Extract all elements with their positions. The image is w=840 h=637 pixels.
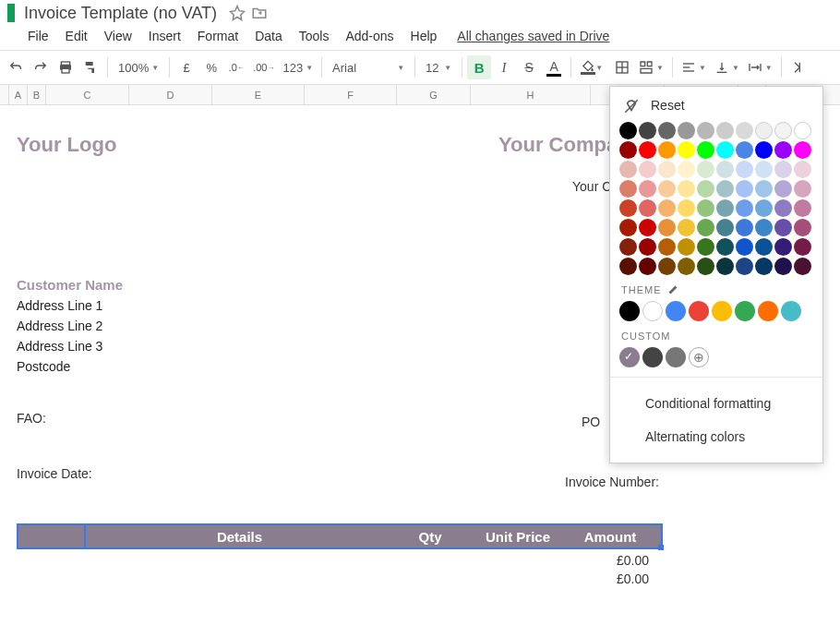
fill-color-button[interactable]: ▼ [576,55,600,79]
color-swatch[interactable] [639,238,656,256]
color-swatch[interactable] [678,180,695,198]
add-custom-color-button[interactable]: ⊕ [689,347,709,367]
color-swatch[interactable] [658,238,676,256]
color-swatch[interactable] [658,180,676,198]
color-swatch[interactable] [794,141,811,159]
menu-edit[interactable]: Edit [58,25,95,47]
color-swatch[interactable] [716,258,734,275]
column-header-H[interactable]: H [471,85,591,104]
color-swatch[interactable] [619,180,637,198]
color-swatch[interactable] [794,199,811,217]
color-swatch[interactable] [774,141,792,159]
color-swatch[interactable] [697,238,714,256]
bold-button[interactable]: B [467,55,491,79]
color-swatch[interactable] [755,180,773,198]
color-swatch[interactable] [619,122,637,139]
menu-file[interactable]: File [20,25,56,47]
color-swatch[interactable] [619,199,637,217]
color-swatch[interactable] [755,122,773,139]
conditional-formatting-option[interactable]: Conditional formatting [619,387,813,420]
color-swatch[interactable] [619,161,637,178]
color-swatch[interactable] [619,258,637,275]
menu-format[interactable]: Format [190,25,246,47]
redo-button[interactable] [29,55,53,79]
strikethrough-button[interactable]: S [517,55,541,79]
amount-row-1[interactable]: £0.00 [17,553,663,568]
color-swatch[interactable] [658,258,676,275]
color-swatch[interactable] [639,199,656,217]
color-swatch[interactable] [755,238,773,256]
column-header-E[interactable]: E [212,85,305,104]
company-placeholder[interactable]: Your Compa [498,133,618,157]
more-toolbar-icon[interactable] [786,55,810,79]
color-swatch[interactable] [774,238,792,256]
color-swatch[interactable] [619,238,637,256]
color-swatch[interactable] [678,199,695,217]
amount-row-2[interactable]: £0.00 [17,571,663,586]
color-swatch[interactable] [697,122,714,139]
color-swatch[interactable] [774,122,792,139]
color-swatch[interactable] [755,141,773,159]
vertical-align-dropdown[interactable]: ▼ [711,55,743,79]
reset-color-button[interactable]: Reset [619,96,813,122]
decrease-decimal-button[interactable]: .0← [224,55,248,79]
color-swatch[interactable] [639,258,656,275]
menu-insert[interactable]: Insert [141,25,188,47]
theme-swatch[interactable] [619,301,640,321]
color-swatch[interactable] [716,199,734,217]
font-size-dropdown[interactable]: 12▼ [420,55,457,79]
color-swatch[interactable] [716,141,734,159]
color-swatch[interactable] [774,199,792,217]
merge-cells-dropdown[interactable]: ▼ [635,55,667,79]
color-swatch[interactable] [658,122,676,139]
custom-swatch[interactable] [619,347,640,367]
color-swatch[interactable] [678,258,695,275]
menu-help[interactable]: Help [403,25,445,47]
color-swatch[interactable] [755,219,773,236]
color-swatch[interactable] [716,161,734,178]
column-header-G[interactable]: G [397,85,471,104]
color-swatch[interactable] [619,141,637,159]
column-header-D[interactable]: D [129,85,212,104]
color-swatch[interactable] [774,258,792,275]
color-swatch[interactable] [736,219,753,236]
theme-swatch[interactable] [666,301,686,321]
color-swatch[interactable] [794,161,811,178]
color-swatch[interactable] [639,141,656,159]
increase-decimal-button[interactable]: .00→ [249,55,278,79]
percent-button[interactable]: % [199,55,223,79]
column-header-A[interactable]: A [9,85,28,104]
color-swatch[interactable] [697,258,714,275]
color-swatch[interactable] [678,161,695,178]
color-swatch[interactable] [755,258,773,275]
menu-view[interactable]: View [97,25,139,47]
color-swatch[interactable] [794,180,811,198]
color-swatch[interactable] [639,219,656,236]
color-swatch[interactable] [678,219,695,236]
menu-addons[interactable]: Add-ons [338,25,401,47]
color-swatch[interactable] [755,161,773,178]
color-swatch[interactable] [794,122,811,139]
menu-data[interactable]: Data [247,25,290,47]
borders-button[interactable] [610,55,634,79]
color-swatch[interactable] [697,219,714,236]
zoom-dropdown[interactable]: 100%▼ [113,55,164,79]
drive-status[interactable]: All changes saved in Drive [457,29,609,43]
paint-format-button[interactable] [78,55,102,79]
table-header-selection[interactable]: Details Qty Unit Price Amount [17,523,663,549]
move-folder-icon[interactable] [251,5,268,21]
custom-swatch[interactable] [642,347,663,367]
color-swatch[interactable] [639,180,656,198]
color-swatch[interactable] [736,180,753,198]
edit-theme-icon[interactable] [667,284,678,295]
color-swatch[interactable] [658,161,676,178]
color-swatch[interactable] [736,199,753,217]
color-swatch[interactable] [658,141,676,159]
sheets-app-icon[interactable] [7,4,15,22]
undo-button[interactable] [4,55,28,79]
color-swatch[interactable] [697,199,714,217]
color-swatch[interactable] [774,180,792,198]
color-swatch[interactable] [774,219,792,236]
column-header-F[interactable]: F [305,85,397,104]
your-c-text[interactable]: Your C [572,179,611,194]
